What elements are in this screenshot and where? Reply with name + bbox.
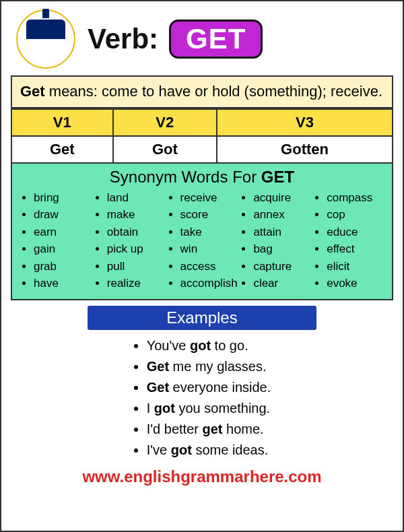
verb-forms-table: V1 V2 V3 Get Got Gotten — [11, 108, 393, 164]
examples-list: You've got to go. Get me my glasses. Get… — [133, 335, 271, 461]
example-pre: You've — [147, 338, 190, 353]
synonym-item: bag — [253, 240, 312, 258]
example-item: I got you something. — [147, 398, 271, 419]
synonym-col-1: bring draw earn gain grab have — [19, 189, 92, 292]
header: Verb: GET — [11, 9, 393, 69]
example-pre: I'd better — [147, 422, 203, 436]
synonym-item: bring — [34, 189, 92, 207]
example-item: Get me my glasses. — [147, 356, 271, 377]
example-bold: got — [171, 442, 192, 457]
form-v1: Get — [11, 136, 113, 163]
form-header-v1: V1 — [11, 109, 113, 136]
synonym-item: earn — [34, 224, 92, 241]
examples-header: Examples — [88, 306, 317, 330]
synonym-item: make — [107, 206, 166, 224]
footer-url: www.englishgrammarhere.com — [11, 467, 393, 486]
synonym-item: clear — [253, 275, 312, 292]
example-bold: got — [154, 401, 175, 415]
example-item: You've got to go. — [147, 335, 271, 356]
synonyms-title-prefix: Synonym Words For — [110, 168, 261, 186]
synonym-item: obtain — [107, 224, 166, 241]
example-post: to go. — [211, 338, 248, 353]
synonym-item: gain — [34, 240, 92, 258]
synonym-item: score — [180, 206, 239, 224]
synonym-item: land — [107, 189, 166, 207]
example-bold: got — [190, 338, 211, 353]
synonyms-title: Synonym Words For GET — [19, 168, 385, 187]
example-post: home. — [222, 422, 263, 436]
synonym-item: educe — [327, 224, 385, 241]
definition-box: Get means: come to have or hold (somethi… — [11, 75, 393, 108]
synonym-col-5: compass cop educe effect elicit evoke — [312, 189, 385, 292]
example-post: some ideas. — [192, 442, 268, 457]
synonym-item: pick up — [107, 240, 166, 258]
synonym-item: grab — [34, 258, 92, 275]
synonyms-columns: bring draw earn gain grab have land make… — [19, 189, 385, 292]
synonym-item: effect — [327, 240, 385, 258]
synonym-item: realize — [107, 275, 166, 292]
synonym-item: receive — [180, 189, 239, 207]
example-pre: I've — [147, 442, 171, 457]
verb-label: Verb: — [88, 23, 158, 55]
synonym-item: pull — [107, 258, 166, 275]
synonym-item: evoke — [327, 275, 385, 292]
example-post: you something. — [175, 401, 270, 415]
site-logo — [16, 9, 75, 69]
synonyms-box: Synonym Words For GET bring draw earn ga… — [11, 164, 393, 300]
examples-wrap: You've got to go. Get me my glasses. Get… — [11, 335, 393, 461]
synonym-item: win — [180, 240, 239, 258]
verb-word-badge: GET — [169, 20, 263, 59]
form-header-v3: V3 — [217, 109, 393, 136]
synonym-item: elicit — [327, 258, 385, 275]
synonym-item: attain — [253, 224, 312, 241]
example-bold: Get — [147, 359, 169, 374]
synonym-item: acquire — [253, 189, 312, 207]
logo-graphic — [26, 20, 65, 59]
synonym-col-3: receive score take win access accomplish — [166, 189, 239, 292]
title-wrap: Verb: GET — [88, 20, 263, 59]
synonym-item: take — [180, 224, 239, 241]
form-header-v2: V2 — [113, 109, 217, 136]
example-bold: get — [202, 422, 222, 436]
synonym-item: compass — [327, 189, 385, 207]
definition-term: Get — [20, 83, 45, 100]
synonym-col-4: acquire annex attain bag capture clear — [238, 189, 312, 292]
synonym-item: accomplish — [180, 275, 239, 292]
synonym-item: cop — [327, 206, 385, 224]
example-item: I'd better get home. — [147, 419, 271, 440]
example-pre: I — [147, 401, 154, 415]
example-post: everyone inside. — [169, 380, 271, 395]
synonym-col-2: land make obtain pick up pull realize — [92, 189, 166, 292]
synonym-item: capture — [253, 258, 312, 275]
forms-header-row: V1 V2 V3 — [11, 109, 393, 136]
form-v3: Gotten — [217, 136, 393, 163]
forms-value-row: Get Got Gotten — [11, 136, 393, 163]
form-v2: Got — [113, 136, 217, 163]
example-item: Get everyone inside. — [147, 377, 271, 398]
definition-text: means: come to have or hold (something);… — [45, 83, 382, 100]
synonyms-title-word: GET — [261, 168, 294, 186]
synonym-item: annex — [253, 206, 312, 224]
synonym-item: have — [34, 275, 92, 292]
example-item: I've got some ideas. — [147, 440, 271, 461]
synonym-item: access — [180, 258, 239, 275]
example-post: me my glasses. — [169, 359, 266, 374]
example-bold: Get — [147, 380, 169, 395]
synonym-item: draw — [34, 206, 92, 224]
